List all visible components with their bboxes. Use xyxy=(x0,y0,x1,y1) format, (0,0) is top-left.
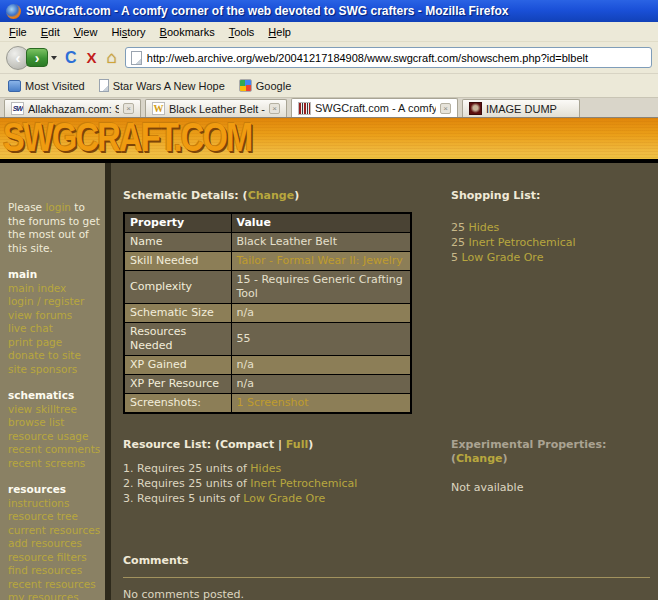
schematic-details-heading: Schematic Details: (Change) xyxy=(123,189,445,203)
menu-edit[interactable]: Edit xyxy=(34,24,67,40)
menu-view[interactable]: View xyxy=(67,24,105,40)
table-header-row: Property Value xyxy=(124,213,411,233)
home-button[interactable]: ⌂ xyxy=(105,48,119,68)
sidebar-section-resources: resources xyxy=(8,483,101,497)
resource-link-inert-petrochemical[interactable]: Inert Petrochemical xyxy=(469,236,576,249)
resource-link-hides[interactable]: Hides xyxy=(469,221,500,234)
sidebar-item-resource-usage[interactable]: resource usage xyxy=(8,430,101,444)
screenshot-link[interactable]: 1 Screenshot xyxy=(237,396,309,409)
google-icon xyxy=(239,79,252,92)
tab-swg-wiki[interactable]: W Black Leather Belt - SWG Wiki... × xyxy=(145,99,287,117)
sidebar-item-find-resources[interactable]: find resources xyxy=(8,564,101,578)
sidebar-item-instructions[interactable]: instructions xyxy=(8,497,101,511)
resource-link-hides[interactable]: Hides xyxy=(250,462,281,475)
bookmark-google[interactable]: Google xyxy=(239,79,291,92)
experimental-properties-heading: Experimental Properties: (Change) xyxy=(451,438,650,466)
comments-heading: Comments xyxy=(123,554,650,568)
sidebar-item-recent-screens[interactable]: recent screens xyxy=(8,457,101,471)
schematic-table: Property Value Name Black Leather Belt S… xyxy=(123,212,412,414)
table-row: Resources Needed 55 xyxy=(124,323,411,356)
table-row: Schematic Size n/a xyxy=(124,304,411,323)
tab-close-icon[interactable]: × xyxy=(440,103,451,114)
bookmark-most-visited[interactable]: Most Visited xyxy=(8,80,85,92)
sidebar-item-sponsors[interactable]: site sponsors xyxy=(8,363,101,377)
comments-empty-text: No comments posted. xyxy=(123,588,650,600)
sidebar-item-view-skilltree[interactable]: view skilltree xyxy=(8,403,101,417)
resource-link-inert-petrochemical[interactable]: Inert Petrochemical xyxy=(250,477,357,490)
wiki-favicon: W xyxy=(152,102,165,115)
url-text[interactable]: http://web.archive.org/web/2004121718490… xyxy=(147,52,588,64)
refresh-button[interactable]: C xyxy=(63,49,79,67)
tab-image-dump[interactable]: IMAGE DUMP xyxy=(462,99,580,117)
login-link[interactable]: login xyxy=(45,201,71,213)
forward-button[interactable]: › xyxy=(26,48,48,67)
table-row: Skill Needed Tailor - Formal Wear II: Je… xyxy=(124,252,411,271)
compact-view-option[interactable]: Compact xyxy=(220,438,274,451)
bookmark-page-icon xyxy=(99,79,109,92)
table-row: Name Black Leather Belt xyxy=(124,233,411,252)
shopping-item: 5 Low Grade Ore xyxy=(451,250,650,265)
window-title: SWGCraft.com - A comfy corner of the web… xyxy=(26,4,509,18)
sidebar-item-recent-resources[interactable]: recent resources xyxy=(8,578,101,592)
sidebar-item-donate[interactable]: donate to site xyxy=(8,349,101,363)
divider xyxy=(123,577,650,578)
url-bar[interactable]: http://web.archive.org/web/2004121718490… xyxy=(125,47,652,68)
tab-allakhazam[interactable]: SW Allakhazam.com: Star Wars G... × xyxy=(4,99,141,117)
comments-section: Comments No comments posted. You must be… xyxy=(123,554,650,600)
navigation-toolbar: ‹ › C X ⌂ http://web.archive.org/web/200… xyxy=(0,42,658,74)
page-icon xyxy=(131,51,142,65)
sidebar-item-browse-list[interactable]: browse list xyxy=(8,416,101,430)
sidebar-item-resource-tree[interactable]: resource tree xyxy=(8,510,101,524)
shopping-item: 25 Hides xyxy=(451,220,650,235)
menu-bookmarks[interactable]: Bookmarks xyxy=(153,24,222,40)
swgcraft-favicon xyxy=(298,102,311,115)
imagedump-favicon xyxy=(469,102,482,115)
window-titlebar: SWGCraft.com - A comfy corner of the web… xyxy=(0,0,658,22)
sidebar-item-resource-filters[interactable]: resource filters xyxy=(8,551,101,565)
full-view-link[interactable]: Full xyxy=(286,438,308,451)
table-row: Complexity 15 - Requires Generic Craftin… xyxy=(124,271,411,304)
sidebar-intro: Please login to the forums to get the mo… xyxy=(8,201,101,255)
tab-bar: SW Allakhazam.com: Star Wars G... × W Bl… xyxy=(0,98,658,118)
forward-dropdown-icon[interactable] xyxy=(51,56,57,60)
sidebar-item-add-resources[interactable]: add resources xyxy=(8,537,101,551)
sidebar-item-live-chat[interactable]: live chat xyxy=(8,322,101,336)
skill-needed-link[interactable]: Tailor - Formal Wear II: Jewelry xyxy=(237,254,403,267)
main-content: Schematic Details: (Change) Property Val… xyxy=(111,163,658,600)
resource-line: 3. Requires 5 units of Low Grade Ore xyxy=(123,491,445,506)
sidebar-item-current-resources[interactable]: current resources xyxy=(8,524,101,538)
bookmark-star-wars[interactable]: Star Wars A New Hope xyxy=(99,79,225,92)
table-row: XP Gained n/a xyxy=(124,356,411,375)
menu-tools[interactable]: Tools xyxy=(222,24,262,40)
menu-help[interactable]: Help xyxy=(261,24,298,40)
menu-history[interactable]: History xyxy=(104,24,152,40)
tab-swgcraft-active[interactable]: SWGCraft.com - A comfy cor... × xyxy=(291,98,458,117)
experimental-body: Not available xyxy=(451,481,650,495)
sidebar-item-view-forums[interactable]: view forums xyxy=(8,309,101,323)
sidebar: Please login to the forums to get the mo… xyxy=(0,163,111,600)
stop-button[interactable]: X xyxy=(85,49,99,66)
resource-link-low-grade-ore[interactable]: Low Grade Ore xyxy=(462,251,544,264)
sidebar-section-schematics: schematics xyxy=(8,389,101,403)
table-row: XP Per Resource n/a xyxy=(124,375,411,394)
sidebar-item-print-page[interactable]: print page xyxy=(8,336,101,350)
experimental-change-link[interactable]: Change xyxy=(456,452,503,465)
shopping-item: 25 Inert Petrochemical xyxy=(451,235,650,250)
tab-close-icon[interactable]: × xyxy=(269,103,280,114)
resource-line: 2. Requires 25 units of Inert Petrochemi… xyxy=(123,476,445,491)
menu-bar: File Edit View History Bookmarks Tools H… xyxy=(0,22,658,42)
sidebar-item-recent-comments[interactable]: recent comments xyxy=(8,443,101,457)
resource-list-heading: Resource List: (Compact | Full) xyxy=(123,438,445,452)
resource-link-low-grade-ore[interactable]: Low Grade Ore xyxy=(243,492,325,505)
sidebar-item-login-register[interactable]: login / register xyxy=(8,295,101,309)
table-row: Screenshots: 1 Screenshot xyxy=(124,394,411,414)
bookmarks-toolbar: Most Visited Star Wars A New Hope Google xyxy=(0,74,658,98)
sidebar-item-main-index[interactable]: main index xyxy=(8,282,101,296)
shopping-list-heading: Shopping List: xyxy=(451,189,650,203)
site-banner: SWGCRAFT.COM xyxy=(0,118,658,159)
menu-file[interactable]: File xyxy=(2,24,34,40)
schematic-change-link[interactable]: Change xyxy=(248,189,295,202)
sidebar-section-main: main xyxy=(8,268,101,282)
sidebar-item-my-resources[interactable]: my resources xyxy=(8,591,101,600)
tab-close-icon[interactable]: × xyxy=(123,103,134,114)
